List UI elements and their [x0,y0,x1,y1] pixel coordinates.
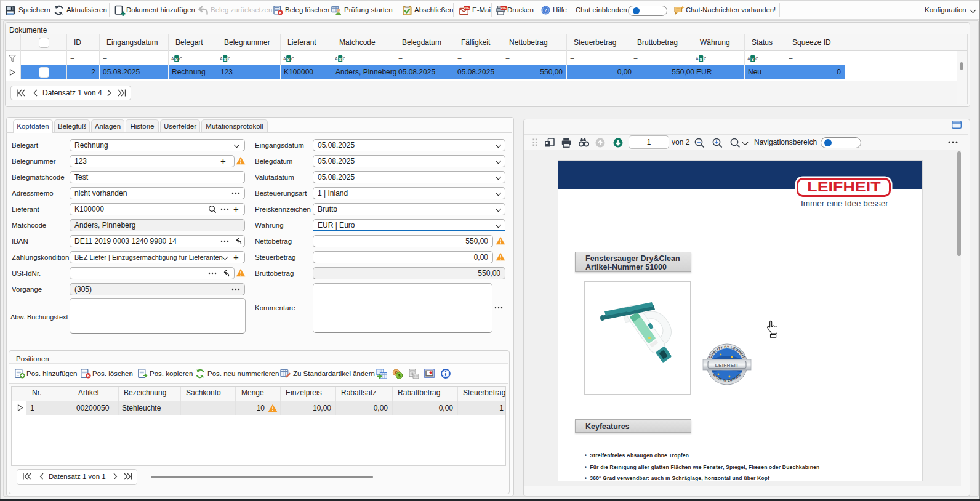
svg-text:8: 8 [339,57,342,62]
svg-text:PDF: PDF [501,7,507,10]
svg-text:C: C [343,57,345,61]
svg-text:8: 8 [752,57,754,62]
svg-text:A: A [747,57,750,61]
svg-text:8: 8 [700,57,702,62]
svg-text:A: A [335,57,338,61]
svg-text:A: A [220,57,223,61]
svg-text:A: A [283,57,286,61]
svg-text:C: C [704,57,706,61]
svg-text:PDF: PDF [464,7,470,10]
svg-text:C: C [291,57,294,61]
svg-text:8: 8 [175,57,178,62]
svg-text:C: C [228,57,230,61]
svg-text:?: ? [544,7,547,14]
svg-text:LEIFHEIT: LEIFHEIT [715,363,739,368]
svg-text:8: 8 [224,57,227,62]
svg-text:8: 8 [287,57,290,62]
svg-text:A: A [171,57,174,61]
svg-text:C: C [755,57,758,61]
svg-text:A: A [696,57,699,61]
svg-text:C: C [179,57,182,61]
